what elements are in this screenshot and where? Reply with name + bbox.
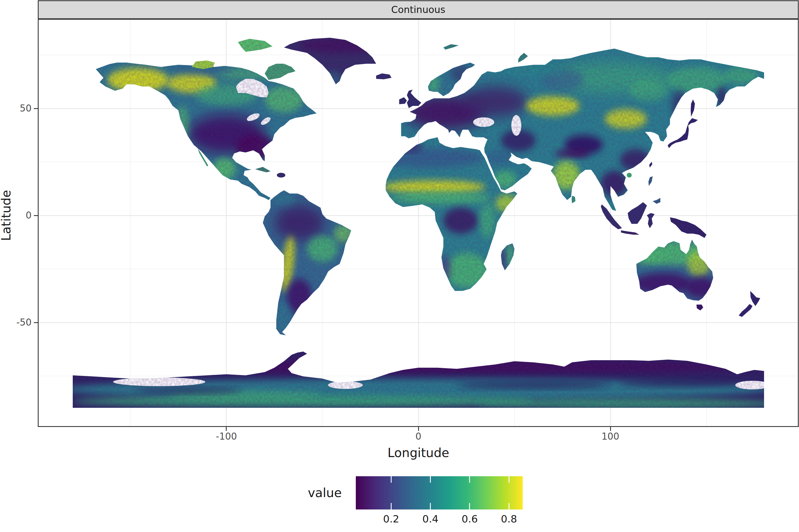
x-tick-mark (226, 427, 227, 431)
y-tick-mark (34, 215, 38, 216)
legend-tick-label: 0.8 (501, 513, 517, 525)
x-tick-label: -100 (216, 431, 237, 442)
legend-tick-mark (430, 503, 431, 510)
legend-tick-label: 0.6 (461, 513, 477, 525)
x-tick-label: 0 (416, 431, 421, 442)
x-tick-mark (610, 427, 611, 431)
legend-tick-mark (469, 503, 470, 510)
facet-strip-title: Continuous (391, 4, 445, 15)
raster-grain (73, 38, 764, 408)
legend-tick-mark (430, 476, 431, 483)
legend-tick-mark (509, 476, 509, 483)
legend-tick-mark (391, 476, 392, 483)
y-tick-mark (34, 108, 38, 109)
legend-tick-mark (391, 503, 392, 510)
y-tick-mark (34, 322, 38, 323)
x-tick-mark (418, 427, 419, 431)
world-raster-map (73, 38, 764, 408)
y-axis-title: Latitude (0, 173, 13, 258)
x-tick-label: 100 (602, 431, 619, 442)
legend-gradient-bar (356, 476, 523, 510)
legend-title: value (257, 486, 342, 500)
legend-tick-label: 0.2 (383, 513, 399, 525)
legend-tick-label: 0.4 (422, 513, 438, 525)
legend-tick-mark (509, 503, 509, 510)
plot-panel (38, 19, 799, 427)
figure: Continuous (0, 0, 799, 532)
legend-tick-mark (469, 476, 470, 483)
y-tick-label: -50 (0, 317, 32, 328)
x-axis-title: Longitude (388, 445, 449, 460)
y-tick-label: 50 (0, 103, 32, 114)
facet-strip: Continuous (38, 0, 799, 19)
